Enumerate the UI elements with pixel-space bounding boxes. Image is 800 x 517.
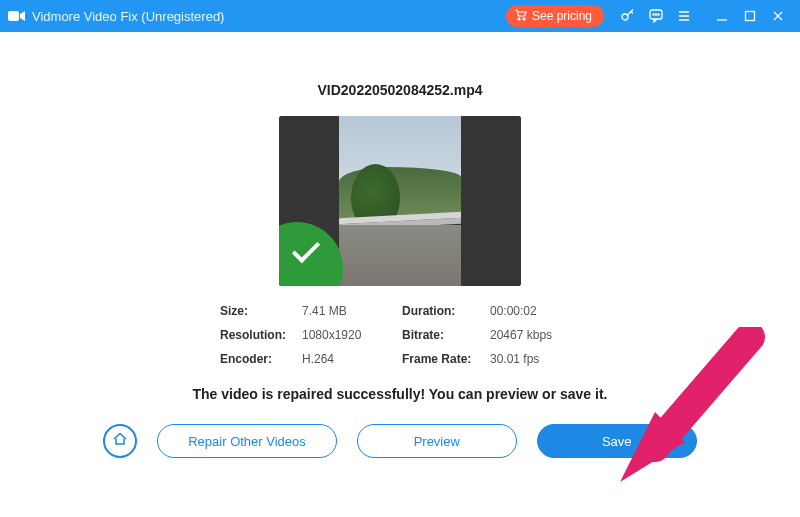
resolution-label: Resolution:: [220, 328, 302, 342]
repair-other-videos-button[interactable]: Repair Other Videos: [157, 424, 337, 458]
duration-label: Duration:: [402, 304, 490, 318]
svg-point-7: [658, 14, 659, 15]
video-thumbnail: [279, 116, 521, 286]
app-logo-icon: [8, 9, 26, 23]
duration-value: 00:00:02: [490, 304, 580, 318]
pricing-label: See pricing: [532, 9, 592, 23]
save-button[interactable]: Save: [537, 424, 697, 458]
svg-point-6: [655, 14, 656, 15]
video-frame-preview: [339, 116, 461, 286]
svg-rect-12: [746, 12, 755, 21]
bitrate-label: Bitrate:: [402, 328, 490, 342]
preview-label: Preview: [414, 434, 460, 449]
save-label: Save: [602, 434, 632, 449]
success-message: The video is repaired successfully! You …: [0, 386, 800, 402]
size-label: Size:: [220, 304, 302, 318]
svg-point-3: [622, 14, 628, 20]
menu-icon[interactable]: [670, 0, 698, 32]
feedback-icon[interactable]: [642, 0, 670, 32]
svg-rect-0: [8, 11, 19, 21]
home-icon: [112, 431, 128, 451]
filename-label: VID20220502084252.mp4: [0, 82, 800, 98]
maximize-button[interactable]: [736, 0, 764, 32]
framerate-label: Frame Rate:: [402, 352, 490, 366]
video-info-grid: Size: 7.41 MB Duration: 00:00:02 Resolut…: [220, 304, 580, 366]
action-buttons-row: Repair Other Videos Preview Save: [0, 424, 800, 458]
annotation-arrow: [600, 327, 770, 497]
svg-point-1: [518, 18, 520, 20]
home-button[interactable]: [103, 424, 137, 458]
app-title: Vidmore Video Fix (Unregistered): [32, 9, 224, 24]
repair-other-label: Repair Other Videos: [188, 434, 306, 449]
cart-icon: [514, 9, 528, 24]
titlebar: Vidmore Video Fix (Unregistered) See pri…: [0, 0, 800, 32]
see-pricing-button[interactable]: See pricing: [506, 5, 604, 27]
key-icon[interactable]: [614, 0, 642, 32]
check-icon: [292, 235, 320, 263]
pillarbox-right: [461, 116, 521, 286]
encoder-value: H.264: [302, 352, 402, 366]
resolution-value: 1080x1920: [302, 328, 402, 342]
minimize-button[interactable]: [708, 0, 736, 32]
bitrate-value: 20467 kbps: [490, 328, 580, 342]
encoder-label: Encoder:: [220, 352, 302, 366]
svg-point-2: [523, 18, 525, 20]
close-button[interactable]: [764, 0, 792, 32]
framerate-value: 30.01 fps: [490, 352, 580, 366]
svg-point-5: [653, 14, 654, 15]
size-value: 7.41 MB: [302, 304, 402, 318]
main-content: VID20220502084252.mp4 Size: 7.41 MB Dura…: [0, 32, 800, 517]
preview-button[interactable]: Preview: [357, 424, 517, 458]
